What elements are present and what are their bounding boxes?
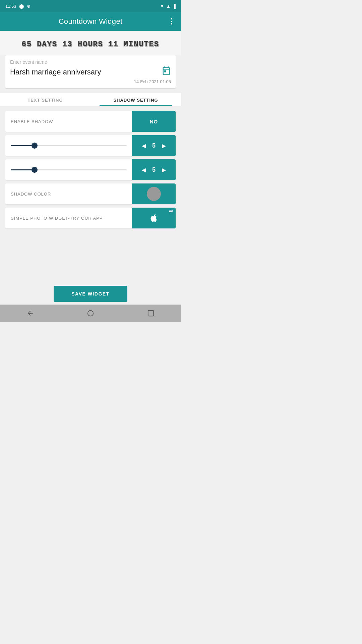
shadow-color-label: SHADOW COLOR bbox=[11, 192, 51, 197]
svg-point-0 bbox=[88, 311, 94, 316]
shadow-x-stepper[interactable]: ◀ 5 ▶ bbox=[132, 135, 176, 156]
nav-bar bbox=[0, 305, 181, 322]
settings-list: ENABLE SHADOW NO ◀ 5 ▶ bbox=[0, 106, 181, 233]
at-icon: ⊕ bbox=[27, 4, 31, 9]
event-date: 14-Feb-2021 01:05 bbox=[10, 79, 171, 84]
shadow-x-value: 5 bbox=[150, 142, 157, 149]
nav-recents-button[interactable] bbox=[147, 310, 155, 317]
shadow-y-stepper[interactable]: ◀ 5 ▶ bbox=[132, 159, 176, 180]
tab-text-setting[interactable]: TEXT SETTING bbox=[0, 93, 90, 106]
shadow-x-slider[interactable] bbox=[11, 145, 127, 146]
color-swatch[interactable] bbox=[147, 187, 161, 201]
enable-shadow-row: ENABLE SHADOW NO bbox=[5, 111, 176, 132]
enable-shadow-toggle[interactable]: NO bbox=[132, 111, 176, 132]
countdown-text: 65 DAYS 13 HOURS 11 MINUTES bbox=[22, 40, 159, 49]
shadow-x-increment[interactable]: ▶ bbox=[161, 141, 167, 150]
shadow-y-increment[interactable]: ▶ bbox=[161, 165, 167, 174]
ad-label: SIMPLE PHOTO WIDGET-TRY OUR APP bbox=[11, 216, 103, 221]
shadow-x-row: ◀ 5 ▶ bbox=[5, 135, 176, 156]
app-title: Countdown Widget bbox=[59, 17, 123, 26]
ad-row: SIMPLE PHOTO WIDGET-TRY OUR APP Ad bbox=[5, 208, 176, 228]
app-bar: Countdown Widget ⋮ bbox=[0, 12, 181, 31]
status-time: 11:53 bbox=[5, 4, 16, 9]
shadow-y-decrement[interactable]: ◀ bbox=[140, 165, 147, 174]
toggle-value: NO bbox=[150, 119, 158, 124]
save-area: SAVE WIDGET bbox=[54, 286, 127, 302]
shadow-color-picker[interactable] bbox=[132, 183, 176, 204]
battery-icon: ▐ bbox=[173, 4, 176, 9]
nav-back-button[interactable] bbox=[26, 310, 34, 317]
ad-button[interactable]: Ad bbox=[132, 208, 176, 228]
shadow-y-slider[interactable] bbox=[11, 169, 127, 170]
enable-shadow-label: ENABLE SHADOW bbox=[11, 119, 53, 124]
circle-icon: ⬤ bbox=[19, 4, 24, 9]
tab-shadow-setting[interactable]: SHADOW SETTING bbox=[90, 93, 181, 106]
shadow-y-row: ◀ 5 ▶ bbox=[5, 159, 176, 180]
ad-badge: Ad bbox=[168, 209, 174, 213]
signal-icon: ▲ bbox=[166, 4, 171, 9]
shadow-color-row: SHADOW COLOR bbox=[5, 183, 176, 204]
status-bar: 11:53 ⬤ ⊕ ▼ ▲ ▐ bbox=[0, 0, 181, 12]
more-options-button[interactable]: ⋮ bbox=[168, 17, 176, 26]
tabs: TEXT SETTING SHADOW SETTING bbox=[0, 93, 181, 106]
play-store-icon bbox=[149, 213, 159, 223]
save-widget-button[interactable]: SAVE WIDGET bbox=[54, 286, 127, 302]
event-placeholder: Enter event name bbox=[10, 59, 171, 65]
event-name[interactable]: Harsh marriage anniversary bbox=[10, 68, 101, 76]
nav-home-button[interactable] bbox=[87, 310, 94, 317]
countdown-display: 65 DAYS 13 HOURS 11 MINUTES bbox=[0, 31, 181, 55]
wifi-icon: ▼ bbox=[160, 4, 164, 9]
event-card: Enter event name Harsh marriage annivers… bbox=[5, 55, 176, 88]
svg-rect-1 bbox=[148, 311, 154, 316]
shadow-y-value: 5 bbox=[150, 166, 157, 173]
calendar-button[interactable] bbox=[162, 66, 171, 78]
shadow-x-decrement[interactable]: ◀ bbox=[140, 141, 147, 150]
